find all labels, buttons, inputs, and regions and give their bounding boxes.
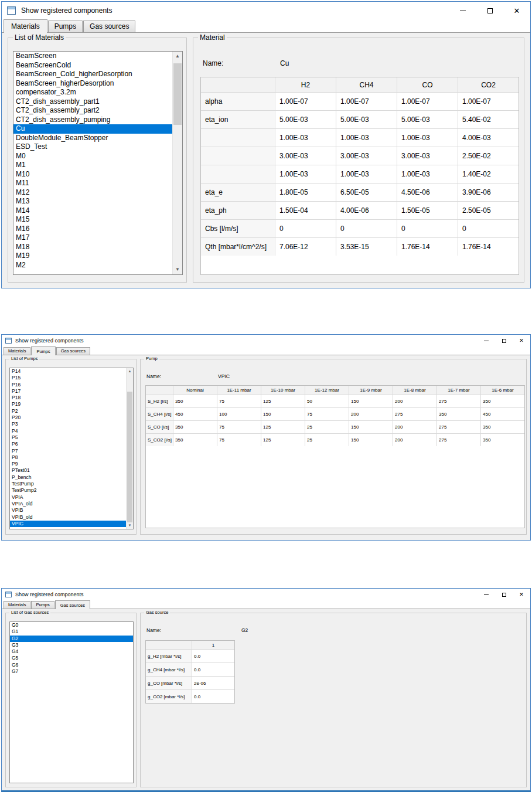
list-item[interactable]: P15: [10, 375, 126, 381]
list-item[interactable]: M14: [13, 206, 172, 216]
list-item[interactable]: G0: [10, 622, 133, 628]
list-item[interactable]: BeamScreen_Cold_higherDesorption: [13, 70, 172, 79]
list-item[interactable]: P20: [10, 415, 126, 421]
row-label: g_CO2 [mbar *l/s]: [146, 690, 192, 703]
list-item[interactable]: M11: [13, 179, 172, 188]
minimize-button[interactable]: [478, 335, 495, 346]
list-item[interactable]: M15: [13, 215, 172, 225]
scroll-up-icon[interactable]: ▲: [173, 52, 182, 61]
close-button[interactable]: ✕: [513, 589, 530, 600]
list-item[interactable]: TestPump: [10, 481, 126, 487]
minimize-button[interactable]: [449, 2, 476, 19]
list-item[interactable]: M19: [13, 252, 172, 261]
list-item-selected[interactable]: VPIC: [10, 521, 126, 527]
tab-materials[interactable]: Materials: [4, 19, 47, 33]
cell: 125: [261, 434, 305, 446]
list-item[interactable]: G1: [10, 628, 133, 635]
list-item[interactable]: M13: [13, 197, 172, 206]
list-item[interactable]: BeamScreen_higherDesorption: [13, 79, 172, 89]
list-item[interactable]: BeamScreen: [13, 52, 172, 61]
list-item[interactable]: VPIA: [10, 494, 126, 501]
cell: 350: [481, 421, 524, 433]
list-item[interactable]: P9: [10, 461, 126, 467]
list-item[interactable]: P7: [10, 448, 126, 454]
list-item[interactable]: G5: [10, 655, 133, 661]
list-item[interactable]: P3: [10, 421, 126, 427]
list-item[interactable]: P2: [10, 408, 126, 415]
list-item[interactable]: CT2_dish_assembly_part1: [13, 97, 172, 107]
list-item[interactable]: DoubleModule_BeamStopper: [13, 134, 172, 143]
list-item[interactable]: P_bench: [10, 474, 126, 481]
list-item-selected[interactable]: G2: [10, 636, 133, 642]
tab-pumps[interactable]: Pumps: [31, 601, 54, 609]
materials-listbox[interactable]: BeamScreen BeamScreenCold BeamScreen_Col…: [13, 51, 183, 275]
maximize-button[interactable]: [495, 335, 513, 346]
list-item[interactable]: G3: [10, 642, 133, 648]
list-item[interactable]: VPIB_old: [10, 514, 126, 521]
tab-gas-sources[interactable]: Gas sources: [55, 600, 90, 609]
list-item[interactable]: P16: [10, 382, 126, 388]
list-item[interactable]: M0: [13, 152, 172, 161]
list-item[interactable]: P4: [10, 428, 126, 434]
minimize-button[interactable]: [478, 589, 495, 600]
app-icon: [5, 592, 12, 597]
close-icon: ✕: [519, 592, 524, 597]
list-item[interactable]: TestPump2: [10, 487, 126, 494]
list-item[interactable]: PTest01: [10, 467, 126, 474]
list-item[interactable]: M16: [13, 225, 172, 234]
list-scrollbar[interactable]: ▲ ▼: [126, 368, 133, 529]
pump-group: Pump Name: VPIC Nominal 1E-11 mbar 1E-10…: [140, 359, 527, 535]
list-item[interactable]: CT2_dish_assembly_part2: [13, 106, 172, 115]
tab-gas-sources[interactable]: Gas sources: [83, 21, 135, 32]
list-item[interactable]: VPIB: [10, 507, 126, 514]
pumps-listbox[interactable]: P14 P15 P16 P17 P18 P19 P2 P20 P3 P4 P5 …: [9, 368, 134, 529]
list-item[interactable]: ESD_Test: [13, 142, 172, 152]
list-item[interactable]: M1: [13, 161, 172, 170]
list-item[interactable]: P19: [10, 401, 126, 407]
list-item[interactable]: M12: [13, 188, 172, 198]
tab-gas-sources[interactable]: Gas sources: [56, 347, 90, 355]
gas-sources-listbox[interactable]: G0 G1 G2 G3 G4 G5 G6 G7: [9, 621, 134, 783]
list-item[interactable]: CT2_dish_assembly_pumping: [13, 115, 172, 125]
tab-materials[interactable]: Materials: [4, 347, 30, 355]
tab-materials[interactable]: Materials: [4, 601, 30, 609]
column-header: 1E-11 mbar: [217, 386, 261, 395]
cell: 75: [305, 408, 349, 420]
list-item[interactable]: VPIA_old: [10, 501, 126, 507]
cell: 1.00E-07: [275, 93, 336, 110]
scroll-up-icon[interactable]: ▲: [127, 368, 133, 375]
list-item[interactable]: P17: [10, 388, 126, 395]
column-header: 1E-12 mbar: [305, 386, 349, 395]
list-item[interactable]: G7: [10, 668, 133, 675]
list-item-selected[interactable]: Cu: [13, 124, 172, 134]
list-item[interactable]: P8: [10, 454, 126, 461]
scroll-down-icon[interactable]: ▼: [127, 522, 133, 529]
cell: 150: [349, 434, 393, 446]
tab-pumps[interactable]: Pumps: [48, 21, 83, 32]
list-item[interactable]: G4: [10, 648, 133, 655]
maximize-button[interactable]: [476, 2, 503, 19]
list-item[interactable]: P5: [10, 434, 126, 441]
list-item[interactable]: G6: [10, 662, 133, 668]
list-item[interactable]: M10: [13, 170, 172, 179]
list-item[interactable]: compensator_3.2m: [13, 88, 172, 97]
scroll-thumb[interactable]: [173, 63, 182, 125]
list-item[interactable]: M18: [13, 243, 172, 252]
list-item[interactable]: P14: [10, 368, 126, 375]
list-item[interactable]: P18: [10, 395, 126, 401]
scroll-thumb[interactable]: [127, 392, 132, 522]
list-item[interactable]: M17: [13, 233, 172, 243]
list-item[interactable]: M2: [13, 261, 172, 270]
list-item[interactable]: BeamScreenCold: [13, 61, 172, 70]
cell: 0.0: [192, 663, 234, 676]
row-label: g_CO [mbar *l/s]: [146, 677, 192, 689]
close-button[interactable]: ✕: [513, 335, 530, 346]
list-item[interactable]: P6: [10, 441, 126, 447]
row-label: eta_ph: [201, 202, 275, 219]
list-scrollbar[interactable]: ▲ ▼: [172, 52, 182, 274]
close-button[interactable]: ✕: [503, 2, 530, 19]
maximize-button[interactable]: [495, 589, 513, 600]
cell: 450: [481, 408, 524, 420]
tab-pumps[interactable]: Pumps: [31, 346, 55, 355]
scroll-down-icon[interactable]: ▼: [173, 265, 182, 274]
